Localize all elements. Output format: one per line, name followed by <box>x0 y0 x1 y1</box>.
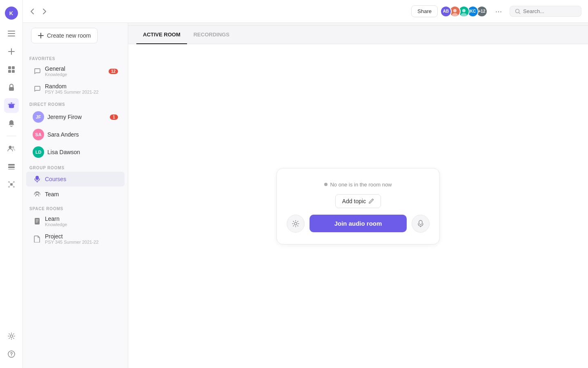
project-info: Project PSY 345 Summer 2021-22 <box>45 233 118 245</box>
podcast-icon <box>33 190 42 199</box>
sidebar-item-team[interactable]: Team <box>26 187 125 202</box>
sidebar-item-jeremy[interactable]: JF Jeremy Firow 1 <box>26 108 125 126</box>
main-content: Courses ACTIVE ROOM RECORDINGS <box>128 0 588 368</box>
back-button[interactable] <box>26 5 38 18</box>
jeremy-info: Jeremy Firow <box>47 114 110 120</box>
menu-icon[interactable] <box>4 26 19 41</box>
svg-point-26 <box>461 13 467 16</box>
help-icon[interactable] <box>4 347 19 361</box>
general-info: General Knowledge <box>45 65 109 77</box>
user-avatar[interactable]: K <box>5 7 18 20</box>
favorites-section-label: FAVORITES <box>23 56 128 61</box>
svg-point-15 <box>10 183 13 186</box>
status-text: No one is in the room now <box>330 182 392 188</box>
storage-icon[interactable] <box>4 159 19 174</box>
space-rooms-section-label: SPACE ROOMS <box>23 206 128 211</box>
add-topic-button[interactable]: Add topic <box>335 194 381 208</box>
share-button[interactable]: Share <box>411 5 438 17</box>
svg-rect-3 <box>8 66 11 69</box>
sara-info: Sara Anders <box>47 131 118 138</box>
svg-point-29 <box>36 192 38 195</box>
lisa-info: Lisa Dawson <box>47 149 118 155</box>
svg-point-24 <box>452 13 458 16</box>
main-body: No one is in the room now Add topic Join… <box>128 44 588 368</box>
pencil-icon <box>368 198 374 204</box>
sidebar-item-learn[interactable]: Learn Knowledge <box>26 213 125 230</box>
svg-point-9 <box>11 103 12 104</box>
search-icon <box>515 9 521 14</box>
svg-rect-34 <box>419 220 422 224</box>
bell-icon[interactable] <box>4 116 19 131</box>
search-bar[interactable] <box>510 6 581 17</box>
rail-divider-1 <box>7 136 16 136</box>
sidebar: Create new room FAVORITES General Knowle… <box>23 23 128 368</box>
sara-avatar: SA <box>33 129 44 140</box>
team-info: Team <box>45 191 118 197</box>
plus-icon <box>38 33 44 38</box>
mic-icon <box>33 175 42 184</box>
svg-rect-14 <box>8 169 15 170</box>
sidebar-item-general[interactable]: General Knowledge 12 <box>26 63 125 80</box>
group-rooms-section-label: GROUP ROOMS <box>23 166 128 170</box>
grid-icon[interactable] <box>4 62 19 77</box>
create-room-button[interactable]: Create new room <box>31 28 98 43</box>
svg-point-23 <box>453 9 457 12</box>
group-icon[interactable] <box>4 141 19 156</box>
svg-point-27 <box>516 9 519 13</box>
settings-icon[interactable] <box>4 329 19 343</box>
svg-rect-30 <box>35 218 40 224</box>
network-icon[interactable] <box>4 177 19 192</box>
topbar-avatar-1[interactable]: AB <box>440 6 452 17</box>
tab-recordings[interactable]: RECORDINGS <box>187 26 236 44</box>
direct-rooms-section-label: DIRECT ROOMS <box>23 102 128 107</box>
jeremy-avatar: JF <box>33 111 44 123</box>
plus-icon[interactable] <box>4 44 19 59</box>
chat-icon <box>33 67 42 76</box>
svg-rect-28 <box>36 176 39 180</box>
join-audio-button[interactable]: Join audio room <box>310 215 407 232</box>
room-mic-button[interactable] <box>412 215 430 233</box>
sidebar-item-project[interactable]: Project PSY 345 Summer 2021-22 <box>26 230 125 247</box>
svg-rect-0 <box>8 31 15 31</box>
sidebar-item-sara[interactable]: SA Sara Anders <box>26 126 125 143</box>
tab-active-room[interactable]: ACTIVE ROOM <box>136 26 187 44</box>
svg-point-33 <box>294 222 297 225</box>
svg-rect-5 <box>8 70 11 73</box>
svg-rect-12 <box>8 164 15 166</box>
svg-point-20 <box>10 335 13 337</box>
sidebar-item-random[interactable]: Random PSY 345 Summer 2021-22 <box>26 80 125 97</box>
book-icon <box>33 234 42 243</box>
svg-rect-2 <box>8 36 15 36</box>
svg-rect-4 <box>12 66 15 69</box>
topbar-avatars: AB KC +12 <box>443 6 488 17</box>
svg-point-19 <box>13 186 15 188</box>
tabs: ACTIVE ROOM RECORDINGS <box>128 26 588 44</box>
courses-info: Courses <box>45 176 118 182</box>
room-settings-button[interactable] <box>287 215 305 233</box>
svg-rect-6 <box>12 70 15 73</box>
general-badge: 12 <box>109 69 118 74</box>
svg-rect-7 <box>9 87 14 91</box>
rooms-icon[interactable] <box>4 98 19 113</box>
room-actions: Join audio room <box>287 215 430 233</box>
svg-point-16 <box>8 181 10 183</box>
svg-point-25 <box>462 9 466 12</box>
status-dot <box>324 183 327 186</box>
sidebar-item-courses[interactable]: Courses <box>26 172 125 186</box>
svg-point-11 <box>12 146 14 148</box>
sidebar-item-lisa[interactable]: LD Lisa Dawson <box>26 144 125 161</box>
random-info: Random PSY 345 Summer 2021-22 <box>45 83 118 94</box>
svg-point-18 <box>8 186 10 188</box>
app-layout: K <box>0 0 588 368</box>
forward-button[interactable] <box>38 5 51 18</box>
search-input[interactable] <box>523 8 576 14</box>
chat-icon <box>33 84 42 93</box>
lock-icon[interactable] <box>4 80 19 95</box>
more-options-button[interactable]: ··· <box>492 5 505 18</box>
svg-point-17 <box>13 181 15 183</box>
lisa-avatar: LD <box>33 146 44 158</box>
topbar: Share AB KC +12 ··· <box>23 0 588 23</box>
icon-rail: K <box>0 0 23 368</box>
svg-rect-13 <box>8 166 15 168</box>
learn-info: Learn Knowledge <box>45 215 118 227</box>
